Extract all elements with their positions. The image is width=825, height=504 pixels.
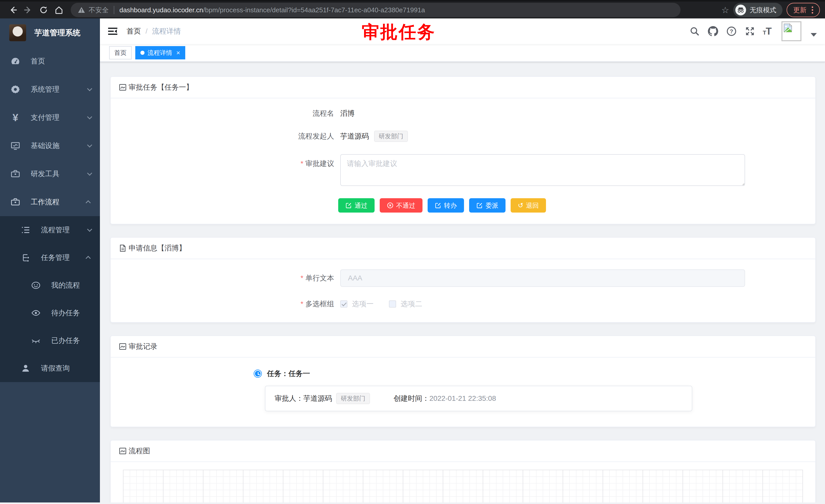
checkbox-label: 选项一 (352, 299, 374, 309)
task-title: 任务：任务一 (267, 369, 310, 379)
url-divider (114, 6, 114, 14)
button-label: 委派 (485, 201, 498, 210)
svg-text:?: ? (730, 28, 733, 34)
edit-icon (435, 202, 441, 209)
sidebar-item-todo-tasks[interactable]: 待办任务 (0, 299, 100, 327)
chevron-down-icon (87, 227, 92, 232)
collapse-sidebar-icon[interactable] (108, 27, 117, 35)
tag-label: 流程详情 (148, 49, 172, 57)
sidebar-item-home[interactable]: 首页 (0, 47, 100, 75)
breadcrumb-current: 流程详情 (152, 26, 181, 36)
home-icon[interactable] (51, 3, 67, 17)
opinion-label: 审批建议 (121, 154, 340, 169)
sidebar-item-infra[interactable]: 基础设施 (0, 132, 100, 160)
tags-view-bar: 首页 流程详情 × (100, 44, 825, 62)
initiator-label: 流程发起人 (121, 132, 340, 141)
dashboard-icon (9, 56, 21, 66)
chevron-down-icon (87, 114, 92, 119)
edit-icon (476, 202, 483, 209)
process-name-label: 流程名 (121, 108, 340, 118)
bookmark-star-icon[interactable]: ☆ (722, 5, 729, 15)
sidebar-item-label: 基础设施 (31, 141, 87, 151)
page-content: 审批任务【任务一】 流程名 滔博 流程发起人 芋道源码 研发部门 (100, 62, 825, 502)
sidebar-item-payment[interactable]: ¥ 支付管理 (0, 103, 100, 132)
sidebar-item-workflow[interactable]: 工作流程 (0, 188, 100, 216)
yen-icon: ¥ (9, 112, 21, 123)
document-icon (119, 244, 127, 252)
security-label: 不安全 (89, 6, 108, 15)
checkbox-option-1[interactable]: 选项一 (340, 299, 374, 309)
sidebar-item-task-mgmt[interactable]: 任务管理 (0, 244, 100, 271)
sidebar-item-done-tasks[interactable]: 已办任务 (0, 327, 100, 354)
sidebar-item-label: 研发工具 (31, 169, 87, 179)
sidebar-item-label: 待办任务 (51, 308, 91, 318)
approve-button[interactable]: 通过 (338, 198, 375, 213)
app-title: 芋道管理系统 (34, 28, 80, 38)
clock-icon (254, 369, 262, 378)
approver-label: 审批人： (275, 394, 303, 403)
tag-close-icon[interactable]: × (176, 49, 180, 57)
active-dot (140, 51, 145, 55)
update-label: 更新 (793, 6, 807, 15)
picture-outline-icon (119, 343, 127, 350)
back-icon[interactable] (5, 3, 20, 17)
reload-icon[interactable] (36, 3, 51, 17)
bpmn-grid-canvas[interactable] (123, 470, 803, 502)
tag-process-detail[interactable]: 流程详情 × (135, 46, 185, 60)
checkbox-option-2[interactable]: 选项二 (389, 299, 422, 309)
sidebar-item-label: 流程管理 (41, 225, 87, 235)
flow-diagram-card: 流程图 (110, 440, 816, 502)
record-item: 审批人： 芋道源码 研发部门 创建时间： 2022-01-21 22:35:08 (265, 386, 692, 411)
tag-home[interactable]: 首页 (109, 46, 132, 60)
help-icon[interactable]: ? (726, 26, 737, 37)
search-icon[interactable] (689, 26, 700, 37)
sidebar-item-my-process[interactable]: 我的流程 (0, 271, 100, 299)
url-bar[interactable]: 不安全 dashboard.yudao.iocoder.cn/bpm/proce… (71, 3, 680, 17)
logo-avatar (9, 24, 26, 41)
incognito-icon (735, 5, 746, 15)
reject-button[interactable]: 不通过 (380, 198, 423, 213)
single-text-input[interactable] (340, 269, 745, 287)
face-icon (30, 280, 42, 290)
gear-icon (9, 85, 21, 94)
approver-value: 芋道源码 (303, 394, 332, 403)
opinion-textarea[interactable] (340, 154, 745, 186)
github-icon[interactable] (707, 26, 719, 37)
avatar[interactable] (781, 21, 802, 41)
transfer-button[interactable]: 转办 (428, 198, 464, 213)
toolbox-icon (9, 197, 21, 207)
logo-row[interactable]: 芋道管理系统 (0, 18, 100, 47)
browser-toolbar: 不安全 dashboard.yudao.iocoder.cn/bpm/proce… (0, 0, 825, 18)
picture-outline-icon (119, 447, 127, 455)
return-button[interactable]: ↺ 退回 (511, 198, 546, 213)
initiator-value: 芋道源码 (340, 132, 369, 141)
approve-task-card: 审批任务【任务一】 流程名 滔博 流程发起人 芋道源码 研发部门 (110, 76, 816, 224)
monitor-icon (9, 141, 21, 151)
fullscreen-icon[interactable] (744, 26, 756, 37)
card-header: 审批任务【任务一】 (111, 77, 815, 98)
created-time: 2022-01-21 22:35:08 (430, 394, 496, 403)
font-size-icon[interactable]: TT (763, 26, 771, 37)
checkbox-group: 选项一 选项二 (340, 299, 422, 309)
circle-close-icon (387, 202, 393, 209)
chevron-down-icon (87, 142, 92, 148)
tag-label: 首页 (114, 49, 127, 57)
sidebar-item-leave-query[interactable]: 请假查询 (0, 354, 100, 382)
update-button[interactable]: 更新 (786, 3, 820, 17)
sidebar-item-devtools[interactable]: 研发工具 (0, 160, 100, 188)
forward-icon[interactable] (20, 3, 36, 17)
screen: 不安全 dashboard.yudao.iocoder.cn/bpm/proce… (0, 0, 825, 504)
broken-image-icon (783, 23, 792, 32)
breadcrumb-home[interactable]: 首页 (127, 26, 141, 36)
browser-menu-icon[interactable] (812, 6, 813, 14)
checkbox-checked-icon (340, 301, 348, 308)
dept-tag: 研发部门 (374, 131, 408, 142)
avatar-caret-icon[interactable] (811, 33, 817, 36)
sidebar-item-system[interactable]: 系统管理 (0, 75, 100, 103)
sidebar-item-label: 我的流程 (51, 280, 91, 290)
incognito-badge: 无痕模式 (733, 3, 782, 17)
sidebar-item-process-mgmt[interactable]: 流程管理 (0, 216, 100, 244)
delegate-button[interactable]: 委派 (469, 198, 506, 213)
checkbox-label: 选项二 (401, 299, 422, 309)
breadcrumb-separator: / (146, 27, 148, 35)
